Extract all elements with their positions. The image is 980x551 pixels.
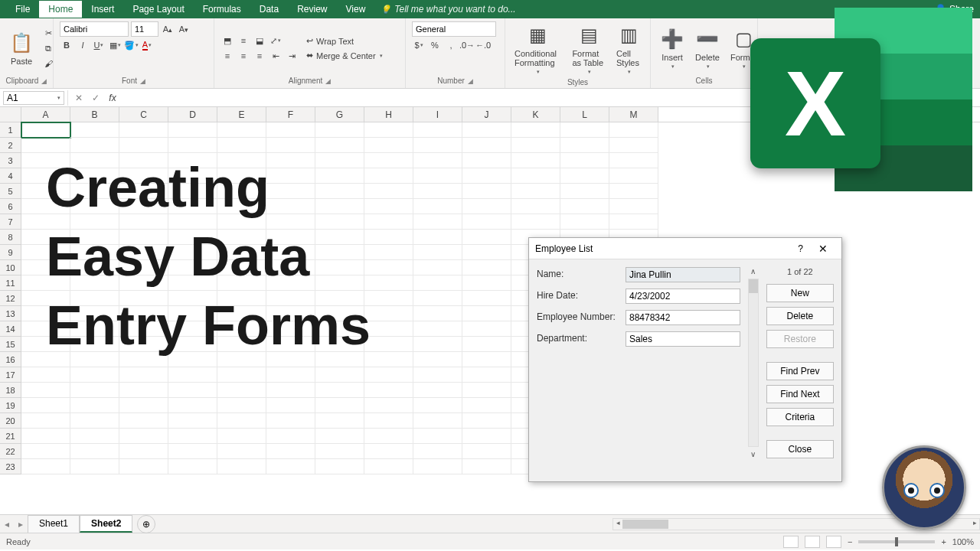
- cell[interactable]: [21, 398, 70, 413]
- cell[interactable]: [364, 276, 413, 291]
- cell[interactable]: [315, 413, 364, 429]
- field-input[interactable]: [626, 289, 740, 304]
- cell[interactable]: [462, 429, 511, 444]
- border-button[interactable]: ▦▾: [108, 38, 122, 52]
- cell[interactable]: [413, 168, 462, 184]
- sheet-tab-sheet1[interactable]: Sheet1: [28, 515, 80, 533]
- cell[interactable]: [511, 184, 560, 199]
- scroll-up-icon[interactable]: ∧: [750, 267, 756, 276]
- row-header[interactable]: 6: [0, 199, 21, 214]
- row-header[interactable]: 17: [0, 367, 21, 383]
- column-header[interactable]: D: [168, 107, 217, 122]
- row-header[interactable]: 15: [0, 337, 21, 352]
- cell[interactable]: [413, 337, 462, 352]
- zoom-out-button[interactable]: −: [848, 537, 852, 546]
- cell[interactable]: [217, 138, 266, 153]
- cell[interactable]: [168, 413, 217, 429]
- cell[interactable]: [168, 367, 217, 383]
- cell[interactable]: [560, 168, 609, 184]
- font-color-button[interactable]: A▾: [140, 38, 154, 52]
- cell[interactable]: [462, 444, 511, 459]
- page-break-view-button[interactable]: [826, 536, 841, 548]
- cell[interactable]: [462, 138, 511, 153]
- zoom-in-button[interactable]: +: [941, 537, 946, 546]
- cell[interactable]: [609, 199, 658, 214]
- cell[interactable]: [168, 138, 217, 153]
- decrease-decimal-button[interactable]: ←.0: [476, 38, 490, 52]
- cell[interactable]: [413, 245, 462, 260]
- cell[interactable]: [511, 199, 560, 214]
- cell[interactable]: [21, 459, 70, 474]
- dialog-help-button[interactable]: ?: [790, 243, 811, 254]
- find-prev-button[interactable]: Find Prev: [766, 362, 834, 380]
- align-top-button[interactable]: ⬒: [220, 34, 234, 47]
- cell[interactable]: [364, 245, 413, 260]
- cell[interactable]: [266, 122, 315, 138]
- field-input[interactable]: [626, 310, 740, 325]
- cell[interactable]: [413, 230, 462, 245]
- font-name-select[interactable]: [60, 21, 129, 37]
- cell[interactable]: [70, 444, 119, 459]
- percent-button[interactable]: %: [428, 38, 442, 52]
- cell[interactable]: [315, 429, 364, 444]
- cell[interactable]: [462, 306, 511, 321]
- sheet-nav-prev[interactable]: ◂: [0, 519, 14, 530]
- cell[interactable]: [217, 383, 266, 398]
- cell[interactable]: [560, 138, 609, 153]
- cell[interactable]: [462, 413, 511, 429]
- cell[interactable]: [119, 367, 168, 383]
- cell[interactable]: [364, 337, 413, 352]
- cell[interactable]: [70, 398, 119, 413]
- cell[interactable]: [413, 321, 462, 337]
- cell[interactable]: [364, 321, 413, 337]
- tell-me[interactable]: 💡 Tell me what you want to do...: [381, 4, 515, 15]
- row-header[interactable]: 16: [0, 352, 21, 367]
- cell[interactable]: [609, 122, 658, 138]
- column-header[interactable]: L: [560, 107, 609, 122]
- cell[interactable]: [217, 429, 266, 444]
- cell[interactable]: [119, 429, 168, 444]
- new-sheet-button[interactable]: ⊕: [137, 515, 155, 533]
- tab-view[interactable]: View: [337, 1, 375, 18]
- cell[interactable]: [315, 138, 364, 153]
- tab-formulas[interactable]: Formulas: [194, 1, 250, 18]
- cell[interactable]: [364, 398, 413, 413]
- enter-formula-button[interactable]: ✓: [88, 90, 103, 106]
- increase-font-button[interactable]: A▴: [161, 22, 175, 36]
- cell[interactable]: [413, 306, 462, 321]
- cell[interactable]: [217, 367, 266, 383]
- row-header[interactable]: 8: [0, 230, 21, 245]
- cell[interactable]: [413, 138, 462, 153]
- cell[interactable]: [168, 444, 217, 459]
- cell[interactable]: [21, 122, 70, 138]
- cell[interactable]: [364, 184, 413, 199]
- cell[interactable]: [560, 184, 609, 199]
- orientation-button[interactable]: ⤢▾: [269, 34, 283, 47]
- cell[interactable]: [609, 184, 658, 199]
- cell[interactable]: [217, 398, 266, 413]
- cell[interactable]: [21, 429, 70, 444]
- underline-button[interactable]: U▾: [92, 38, 106, 52]
- column-header[interactable]: B: [70, 107, 119, 122]
- field-input[interactable]: [626, 331, 740, 347]
- cell[interactable]: [315, 459, 364, 474]
- align-bottom-button[interactable]: ⬓: [253, 34, 266, 47]
- row-header[interactable]: 12: [0, 291, 21, 306]
- cell[interactable]: [462, 122, 511, 138]
- column-header[interactable]: K: [511, 107, 560, 122]
- cell[interactable]: [119, 444, 168, 459]
- cell[interactable]: [266, 413, 315, 429]
- cell[interactable]: [217, 459, 266, 474]
- decrease-indent-button[interactable]: ⇤: [269, 49, 283, 63]
- cell[interactable]: [119, 383, 168, 398]
- cell[interactable]: [609, 138, 658, 153]
- cell[interactable]: [119, 122, 168, 138]
- zoom-level[interactable]: 100%: [952, 537, 974, 546]
- cell[interactable]: [511, 122, 560, 138]
- cell[interactable]: [266, 398, 315, 413]
- cell[interactable]: [364, 306, 413, 321]
- cell[interactable]: [21, 383, 70, 398]
- tab-home[interactable]: Home: [39, 1, 82, 18]
- cell[interactable]: [413, 413, 462, 429]
- cell[interactable]: [70, 413, 119, 429]
